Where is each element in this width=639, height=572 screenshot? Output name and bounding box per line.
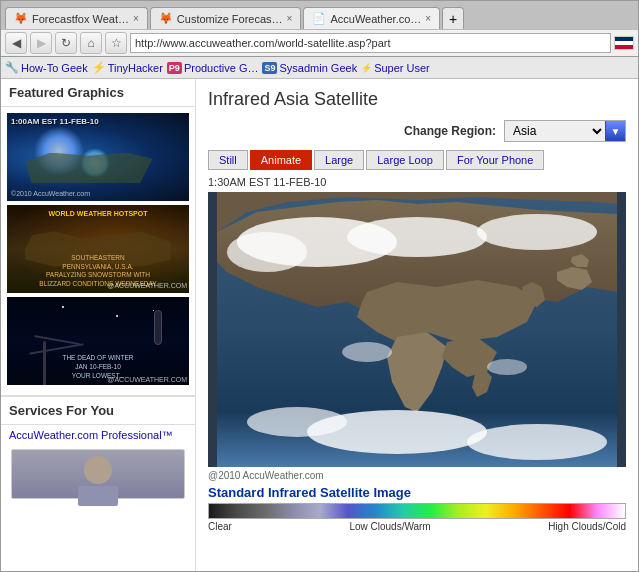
tab-2-title: Customize Forecas… [177,13,283,25]
legend-label-clear: Clear [208,521,232,532]
tab-large-loop[interactable]: Large Loop [366,150,444,170]
main-content: Infrared Asia Satellite Change Region: A… [196,79,638,571]
region-select[interactable]: Asia [505,121,605,141]
tab-3-icon: 📄 [312,12,326,26]
tab-bar: 🦊 Forecastfox Weat… × 🦊 Customize Foreca… [1,1,638,29]
tab-3-close[interactable]: × [425,13,431,24]
svg-point-9 [342,342,392,362]
svg-point-5 [227,232,307,272]
bookmark-star[interactable]: ☆ [105,32,127,54]
back-button[interactable]: ◀ [5,32,27,54]
tab-1-title: Forecastfox Weat… [32,13,129,25]
person-image [11,449,186,499]
bookmarks-bar: 🔧 How-To Geek ⚡ TinyHacker P9 Productive… [1,57,638,79]
svg-point-8 [247,407,347,437]
tab-1-icon: 🦊 [14,12,28,26]
satellite-image-container [208,192,626,467]
region-label: Change Region: [404,124,496,138]
page-content: Featured Graphics 1:00AM EST 11-FEB-10 ©… [1,79,638,571]
satellite-svg [208,192,626,467]
address-text: http://www.accuweather.com/world-satelli… [135,37,391,49]
tab-large[interactable]: Large [314,150,364,170]
legend-title: Standard Infrared Satellite Image [208,485,626,500]
address-bar[interactable]: http://www.accuweather.com/world-satelli… [130,33,611,53]
tab-animate[interactable]: Animate [250,150,312,170]
graphic-item-1[interactable]: 1:00AM EST 11-FEB-10 ©2010 AccuWeather.c… [7,113,189,201]
flag-icon [614,36,634,50]
graphic-item-2[interactable]: WORLD WEATHER HOTSPOT SOUTHEASTERNPENNSY… [7,205,189,293]
tab-still[interactable]: Still [208,150,248,170]
svg-point-4 [477,214,597,250]
svg-point-7 [467,424,607,460]
new-tab-button[interactable]: + [442,7,464,29]
bookmark-tinyhacker[interactable]: ⚡ TinyHacker [92,61,163,74]
tab-2[interactable]: 🦊 Customize Forecas… × [150,7,302,29]
bookmark-productive-g[interactable]: P9 Productive G… [167,62,259,74]
services-title: Services For You [1,397,195,425]
services-section: Services For You AccuWeather.com Profess… [1,395,195,499]
forward-button[interactable]: ▶ [30,32,52,54]
region-dropdown-button[interactable]: ▼ [605,121,625,141]
bookmark-productive-g-icon: P9 [167,62,182,74]
graphic-1-watermark: ©2010 AccuWeather.com [11,190,90,197]
legend-labels: Clear Low Clouds/Warm High Clouds/Cold [208,521,626,532]
graphic-2-headline: WORLD WEATHER HOTSPOT [7,210,189,217]
sidebar: Featured Graphics 1:00AM EST 11-FEB-10 ©… [1,79,196,571]
tab-3-title: AccuWeather.co… [330,13,421,25]
bookmark-super-user-icon: ⚡ [361,63,372,73]
page-title: Infrared Asia Satellite [208,89,626,110]
home-button[interactable]: ⌂ [80,32,102,54]
refresh-button[interactable]: ↻ [55,32,77,54]
graphic-2-watermark: @ACCUWEATHER.COM [107,282,187,289]
tab-1[interactable]: 🦊 Forecastfox Weat… × [5,7,148,29]
image-copyright: @2010 AccuWeather.com [208,470,626,481]
view-tabs: Still Animate Large Large Loop For Your … [208,150,626,170]
tab-2-close[interactable]: × [287,13,293,24]
tab-1-close[interactable]: × [133,13,139,24]
graphic-3-watermark: @ACCUWEATHER.COM [107,376,187,383]
image-timestamp: 1:30AM EST 11-FEB-10 [208,176,626,188]
bookmark-tinyhacker-icon: ⚡ [92,61,106,74]
sidebar-graphics: 1:00AM EST 11-FEB-10 ©2010 AccuWeather.c… [1,107,195,391]
tab-2-icon: 🦊 [159,12,173,26]
legend-bar [208,503,626,519]
bookmark-sysadmin-geek-icon: S9 [262,62,277,74]
legend-label-high-clouds: High Clouds/Cold [548,521,626,532]
bookmark-sysadmin-geek[interactable]: S9 Sysadmin Geek [262,62,357,74]
service-item-professional[interactable]: AccuWeather.com Professional™ [1,425,195,445]
legend-label-low-clouds: Low Clouds/Warm [349,521,430,532]
svg-point-10 [487,359,527,375]
svg-point-3 [347,217,487,257]
bookmark-super-user[interactable]: ⚡ Super User [361,62,430,74]
graphic-1-label: 1:00AM EST 11-FEB-10 [11,117,99,126]
featured-graphics-title: Featured Graphics [1,79,195,107]
tab-for-your-phone[interactable]: For Your Phone [446,150,544,170]
region-select-area: Change Region: Asia ▼ [208,120,626,142]
tab-3[interactable]: 📄 AccuWeather.co… × [303,7,440,29]
browser-window: 🦊 Forecastfox Weat… × 🦊 Customize Foreca… [0,0,639,572]
nav-bar: ◀ ▶ ↻ ⌂ ☆ http://www.accuweather.com/wor… [1,29,638,57]
bookmark-how-to-geek[interactable]: 🔧 How-To Geek [5,61,88,74]
bookmark-how-to-geek-icon: 🔧 [5,61,19,74]
graphic-item-3[interactable]: THE DEAD OF WINTERJAN 10-FEB-10YOUR LOWE… [7,297,189,385]
